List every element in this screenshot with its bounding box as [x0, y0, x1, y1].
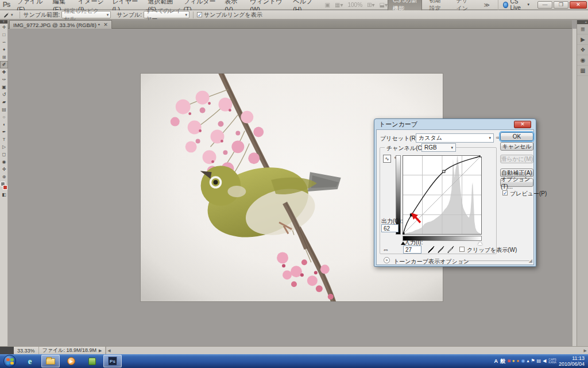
tool-rectangular-marquee[interactable]: □ [0, 31, 8, 39]
horizontal-scrollbar[interactable]: ◀ ▶ [106, 347, 588, 355]
preview-checkbox[interactable] [502, 190, 508, 195]
input-value-field[interactable]: 27 [403, 246, 421, 254]
curve-edit-mode-icon[interactable]: ∿ [383, 155, 391, 163]
dock-transform-icon[interactable]: ▦ [577, 66, 588, 76]
curves-dialog-titlebar[interactable]: トーンカーブ ✕ [374, 119, 536, 129]
minimize-button[interactable]: — [537, 1, 552, 9]
black-point-eyedropper[interactable] [428, 246, 434, 253]
close-button[interactable]: ✕ [570, 1, 587, 9]
tool-clone-stamp[interactable]: ▣ [0, 83, 8, 91]
taskbar-clock[interactable]: 11:13 2010/06/04 [559, 355, 585, 367]
vertical-scrollbar[interactable] [572, 29, 577, 346]
taskbar-photoshop[interactable]: Ps [103, 355, 122, 367]
scroll-left-icon[interactable]: ◀ [107, 348, 110, 353]
tool-eraser[interactable]: ▰ [0, 98, 8, 106]
targeted-adjustment-icon[interactable]: ⇔ [382, 246, 389, 254]
dock-mini-bridge-icon[interactable]: ≣ [577, 24, 588, 34]
tool-path-selection[interactable]: ▷ [0, 143, 8, 151]
taskbar-windows-explorer[interactable] [41, 355, 60, 367]
display-options-expander-icon[interactable]: » [384, 257, 390, 263]
dialog-close-button[interactable]: ✕ [514, 121, 531, 128]
taskbar-internet-explorer[interactable]: e [21, 355, 39, 367]
channel-dropdown[interactable]: RGB ▾ [421, 143, 456, 152]
ok-button[interactable]: OK [500, 132, 533, 141]
tool-hand[interactable]: ✜ [0, 166, 8, 173]
output-value-field[interactable]: 62 [381, 224, 399, 232]
taskbar-media-player[interactable]: ▶ [62, 355, 80, 367]
preset-dropdown[interactable]: カスタム ▾ [416, 133, 494, 143]
tab-close-icon[interactable]: ✕ [103, 22, 108, 28]
sample-dropdown[interactable]: すべてのレイヤー ▾ [144, 11, 189, 18]
tool-pen[interactable]: ✒ [0, 128, 8, 136]
green-app-icon [88, 358, 96, 365]
options-button[interactable]: オプション(T)... [500, 178, 533, 187]
sample-size-dropdown[interactable]: 指定したピクセル ▾ [61, 11, 111, 18]
tool-history-brush[interactable]: ↺ [0, 91, 8, 98]
tray-tray-app-3-icon[interactable]: ◉ [521, 359, 525, 363]
arrange-documents-icon[interactable]: ⊞▾ [367, 2, 374, 8]
curve-grid[interactable] [403, 155, 482, 235]
status-menu-arrow-icon[interactable]: ▶ [99, 348, 102, 353]
tool-spot-healing-brush[interactable]: ✚ [0, 68, 8, 76]
cancel-button[interactable]: キャンセル [500, 142, 533, 151]
taskbar-green-app[interactable] [83, 355, 101, 367]
curve-point-2[interactable] [443, 170, 445, 172]
preset-value: カスタム [419, 134, 442, 142]
ime-mode[interactable]: 般 [500, 358, 505, 365]
tool-eyedropper[interactable]: ✐ [0, 61, 8, 68]
eyedropper-tool-preset[interactable]: ▾ [0, 12, 16, 18]
tool-type[interactable]: T [0, 136, 8, 143]
document-tab[interactable]: IMG_9772.JPG @ 33.3% (RGB/8) * ✕ [9, 20, 112, 29]
zoom-level[interactable]: 100% [347, 2, 362, 8]
tray-ime-tool-icon[interactable]: ◙ [508, 359, 510, 363]
start-button[interactable] [3, 355, 16, 367]
curves-dialog: トーンカーブ ✕ プリセット(R): カスタム ▾ ≔ OK キャンセル 滑らか… [374, 118, 536, 267]
cs-live-icon [503, 2, 508, 8]
tool-lasso[interactable]: ∽ [0, 39, 8, 46]
tray-show-hidden-icon[interactable]: ▴ [527, 359, 529, 363]
tray-tray-app-2-icon[interactable]: ● [517, 359, 520, 363]
screen-mode-icon[interactable]: ⬓▾ [379, 2, 387, 8]
show-clipping-checkbox[interactable] [459, 247, 465, 252]
color-swatches [0, 182, 8, 191]
tool-dodge[interactable]: ◖ [0, 121, 8, 128]
chevron-down-icon: ▾ [527, 2, 529, 7]
show-sampling-ring-checkbox[interactable] [197, 12, 202, 17]
scroll-right-icon[interactable]: ▶ [584, 348, 587, 353]
background-color-swatch[interactable] [3, 185, 7, 190]
dock-3d-icon[interactable]: ◉ [577, 55, 588, 66]
white-point-eyedropper[interactable] [448, 246, 454, 253]
curve-point-3[interactable] [480, 155, 482, 157]
expand-panels-icon[interactable]: « [577, 20, 588, 24]
highlight-input-slider[interactable] [478, 241, 482, 245]
resize-grip[interactable]: ◢ [529, 258, 532, 263]
view-extras-icon[interactable]: ▦▾ [335, 2, 343, 8]
zoom-field[interactable]: 33.33% [14, 347, 39, 355]
preset-options-icon[interactable]: ≔ [496, 135, 500, 140]
tool-3d-rotate[interactable]: ◉ [0, 158, 8, 166]
dock-actions-icon[interactable]: ▶ [577, 34, 588, 45]
tool-blur[interactable]: ○ [0, 113, 8, 121]
dock-layers-icon[interactable]: ❖ [577, 45, 588, 55]
tool-quick-selection[interactable]: ✦ [0, 46, 8, 53]
quick-mask-icon[interactable]: ◧ [0, 191, 8, 198]
tray-display-icon[interactable]: ▤ [537, 359, 541, 363]
tool-gradient[interactable]: ▤ [0, 106, 8, 113]
tray-volume-icon[interactable]: ◀ [543, 359, 546, 363]
curve-point-0[interactable] [403, 233, 404, 235]
gray-point-eyedropper[interactable] [438, 246, 444, 253]
tool-brush[interactable]: ✑ [0, 76, 8, 83]
launch-bridge-icon[interactable]: ▣ [325, 2, 330, 8]
tool-move[interactable]: ✛ [0, 24, 8, 31]
maximize-button[interactable]: ❐ [554, 1, 568, 9]
cs-live-button[interactable]: CS Live ▾ [498, 0, 534, 11]
ime-alpha[interactable]: A [494, 358, 498, 364]
tray-action-center-flag-icon[interactable]: ⚑ [531, 359, 535, 363]
clock-time: 11:13 [572, 355, 585, 361]
smooth-button[interactable]: 滑らかに(M) [500, 155, 533, 163]
workspace-more[interactable]: ≫ [479, 1, 494, 9]
tray-tray-app-1-icon[interactable]: ● [512, 359, 515, 363]
tool-zoom[interactable]: ⊕ [0, 173, 8, 181]
tool-crop[interactable]: ⊞ [0, 53, 8, 61]
tool-shape[interactable]: ◻ [0, 151, 8, 158]
